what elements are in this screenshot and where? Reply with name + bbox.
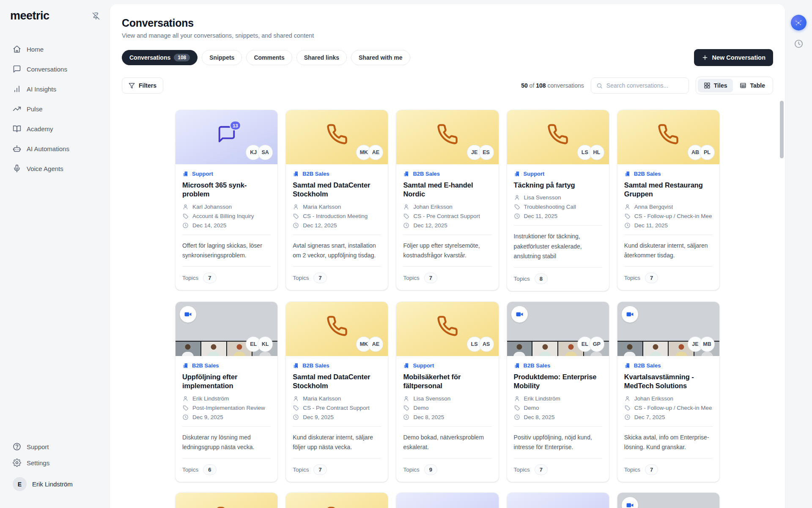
card-cover: MKAE: [286, 110, 388, 164]
tag-icon: [293, 405, 299, 411]
pin-off-icon: [92, 12, 100, 20]
sidebar-unpin-button[interactable]: [91, 11, 101, 21]
cards-grid: 13 KJSA: [175, 110, 720, 508]
card-meta: Maria Karlsson CS - Pre Contract Support…: [293, 395, 381, 420]
card-avatars: ELKL: [249, 337, 272, 351]
divider: [182, 426, 271, 427]
home-icon: [13, 45, 21, 53]
card-body: B2B Sales Produktdemo: Enterprise Mobili…: [507, 356, 609, 482]
tag-icon: [514, 405, 520, 411]
toolbar: Filters 50 of 108 conversations Tiles Ta…: [122, 77, 773, 94]
participant-avatar: PL: [700, 145, 714, 160]
search-icon: [596, 83, 603, 89]
conversation-summary: Offert för lagring skickas, löser synkro…: [182, 241, 271, 260]
person-icon: [182, 204, 189, 210]
card-avatars: JEES: [470, 145, 494, 160]
sidebar-item-ai-automations[interactable]: AI Automations: [9, 141, 102, 157]
sidebar-item-conversations[interactable]: Conversations: [9, 61, 102, 77]
conversation-card[interactable]: ELKL B2B Sales Uppföljning efter impleme…: [175, 301, 278, 482]
new-conversation-button[interactable]: New Conversation: [694, 49, 774, 66]
conversation-card[interactable]: ABPL B2B Sales Samtal med Restaurang Gru…: [617, 110, 720, 290]
divider: [403, 458, 491, 458]
sidebar-footer-items: Support Settings: [9, 439, 102, 471]
grid-icon: [704, 82, 710, 89]
person-icon: [293, 395, 299, 402]
tab-shared-links[interactable]: Shared links: [296, 50, 347, 65]
conversation-title[interactable]: Täckning på fartyg: [514, 181, 602, 190]
topics-row: Topics 7: [514, 464, 602, 475]
conversation-title[interactable]: Produktdemo: Enterprise Mobility: [514, 373, 602, 391]
conversation-card[interactable]: MKAE B2B Sales Samtal med DataCenter Sto…: [285, 301, 388, 482]
tab-shared-with-me[interactable]: Shared with me: [351, 50, 410, 65]
conversation-card[interactable]: JEMB B2B Sales Kvartalsavstämning - MedT…: [617, 301, 720, 482]
conversation-card[interactable]: Topics: [285, 492, 388, 508]
user-menu[interactable]: E Erik Lindström: [9, 475, 102, 494]
conversation-card[interactable]: 13 KJSA: [175, 110, 278, 290]
history-button[interactable]: [794, 39, 804, 49]
sidebar-item-pulse[interactable]: Pulse: [9, 101, 102, 117]
tab-conversations[interactable]: Conversations108: [122, 50, 198, 65]
table-icon: [740, 82, 746, 89]
sidebar-item-settings[interactable]: Settings: [9, 455, 53, 471]
conversation-summary: Avtal signeras snart, installation om 2 …: [293, 241, 381, 260]
divider: [514, 225, 602, 226]
card-meta: Lisa Svensson Demo Dec 8, 2025: [403, 395, 491, 420]
video-thumbnail: [532, 342, 558, 356]
search-input-wrap[interactable]: [591, 77, 689, 94]
conversation-summary: Demo bokad, nätverksproblem eskalerat.: [403, 433, 491, 452]
filters-button[interactable]: Filters: [122, 77, 163, 94]
conversation-card[interactable]: Topics: [617, 492, 720, 508]
conversation-title[interactable]: Uppföljning efter implementation: [182, 373, 271, 391]
card-cover: LSHL: [507, 110, 609, 164]
sidebar-item-support[interactable]: Support: [9, 439, 52, 455]
sidebar-item-academy[interactable]: Academy: [9, 121, 102, 137]
conversation-title[interactable]: Samtal med E-handel Nordic: [403, 181, 491, 199]
tab-snippets[interactable]: Snippets: [202, 50, 242, 65]
conversation-card[interactable]: LSHL Support Täckning på fartyg Lisa Sve…: [507, 110, 609, 291]
conversation-title[interactable]: Microsoft 365 synk-problem: [182, 181, 271, 199]
conversation-card[interactable]: Topics: [175, 492, 278, 508]
conversation-date: Dec 8, 2025: [413, 414, 444, 420]
phone-icon: [326, 123, 348, 145]
divider: [403, 266, 491, 267]
card-cover: LSAS: [396, 302, 498, 356]
conversation-title[interactable]: Samtal med DataCenter Stockholm: [293, 373, 381, 391]
video-camera-badge: [180, 306, 196, 323]
conversation-card[interactable]: Topics: [396, 492, 499, 508]
tab-comments[interactable]: Comments: [246, 50, 292, 65]
chat-icon: [13, 65, 21, 73]
divider: [514, 458, 602, 458]
ai-assistant-button[interactable]: [791, 15, 807, 30]
book-icon: [13, 124, 21, 133]
video-thumbnail: [617, 342, 643, 356]
conversation-title[interactable]: Samtal med Restaurang Gruppen: [624, 181, 713, 199]
conversation-title[interactable]: Samtal med DataCenter Stockholm: [293, 181, 381, 199]
vertical-scrollbar[interactable]: [780, 101, 784, 158]
conversation-date: Dec 12, 2025: [413, 222, 447, 229]
clock-icon: [293, 414, 299, 420]
participant-avatar: GP: [590, 337, 604, 351]
view-tiles-button[interactable]: Tiles: [698, 79, 733, 92]
chat-cover: [396, 493, 498, 508]
topics-count-badge: 7: [203, 273, 216, 283]
conversation-title[interactable]: Mobilsäkerhet för fältpersonal: [403, 373, 491, 391]
conversation-card[interactable]: Topics: [507, 492, 609, 508]
view-table-button[interactable]: Table: [734, 79, 771, 92]
search-input[interactable]: [606, 82, 683, 89]
building-icon: [293, 362, 299, 369]
building-icon: [403, 171, 409, 177]
topics-row: Topics 6: [182, 464, 271, 475]
conversation-card[interactable]: JEES B2B Sales Samtal med E-handel Nordi…: [396, 110, 499, 290]
sidebar-item-voice-agents[interactable]: Voice Agents: [9, 160, 102, 177]
person-icon: [293, 204, 299, 210]
card-body: B2B Sales Samtal med Restaurang Gruppen …: [617, 164, 719, 290]
sidebar-item-home[interactable]: Home: [9, 41, 102, 57]
meeting-type: Demo: [413, 405, 428, 411]
sidebar-item-ai-insights[interactable]: AI Insights: [9, 81, 102, 97]
conversation-title[interactable]: Kvartalsavstämning - MedTech Solutions: [624, 373, 713, 391]
trend-icon: [13, 105, 21, 113]
conversation-card[interactable]: ELGP B2B Sales Produktdemo: Enterprise M…: [507, 301, 609, 482]
conversation-card[interactable]: LSAS Support Mobilsäkerhet för fältperso…: [396, 301, 499, 482]
conversation-card[interactable]: MKAE B2B Sales Samtal med DataCenter Sto…: [285, 110, 388, 290]
divider: [514, 267, 602, 268]
